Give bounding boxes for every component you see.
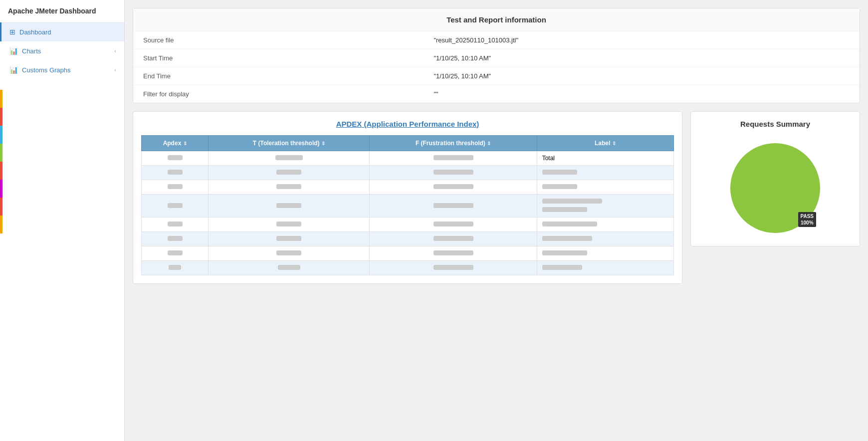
apdex-cell-toleration (209, 261, 370, 275)
apdex-cell-frustration (370, 246, 537, 261)
info-label: End Time (133, 67, 424, 85)
bottom-section: APDEX (Application Performance Index) Ap… (133, 111, 860, 284)
edge-bar-5 (0, 162, 2, 180)
sidebar-item-customs-graphs-label: Customs Graphs (22, 66, 71, 74)
info-table-row: Source file "result_20250110_101003.jtl" (133, 31, 860, 49)
apdex-col-header-3: Label ⇕ (537, 136, 673, 151)
apdex-col-header-2: F (Frustration threshold) ⇕ (370, 136, 537, 151)
apdex-cell-label (537, 261, 673, 275)
apdex-table: Apdex ⇕T (Toleration threshold) ⇕F (Frus… (141, 135, 674, 275)
pie-chart: PASS100% (725, 138, 825, 238)
apdex-card: APDEX (Application Performance Index) Ap… (133, 111, 682, 284)
apdex-cell-frustration (370, 195, 537, 218)
sidebar-item-dashboard-label: Dashboard (19, 28, 51, 36)
main-content: Test and Report information Source file … (125, 0, 868, 441)
apdex-cell-apdex (142, 246, 209, 261)
apdex-cell-frustration (370, 261, 537, 275)
apdex-cell-apdex (142, 180, 209, 195)
apdex-table-row (142, 180, 674, 195)
apdex-cell-frustration (370, 166, 537, 180)
pass-label: PASS100% (798, 212, 817, 227)
edge-bar-1 (0, 90, 2, 108)
apdex-cell-toleration (209, 195, 370, 218)
info-value: "result_20250110_101003.jtl" (424, 31, 860, 49)
apdex-cell-label (537, 180, 673, 195)
apdex-cell-toleration (209, 180, 370, 195)
info-table-row: Start Time "1/10/25, 10:10 AM" (133, 49, 860, 67)
dashboard-icon: ⊞ (9, 28, 15, 36)
info-label: Source file (133, 31, 424, 49)
apdex-cell-frustration (370, 180, 537, 195)
apdex-cell-toleration (209, 166, 370, 180)
apdex-cell-apdex (142, 232, 209, 246)
apdex-title: APDEX (Application Performance Index) (141, 120, 674, 128)
info-value: "1/10/25, 10:10 AM" (424, 49, 860, 67)
charts-chevron-icon: ‹ (114, 48, 116, 54)
charts-icon: 📊 (9, 47, 18, 55)
apdex-cell-toleration (209, 232, 370, 246)
info-value: "1/10/25, 10:10 AM" (424, 67, 860, 85)
apdex-cell-label: Total (537, 151, 673, 166)
apdex-table-row (142, 218, 674, 232)
sidebar: Apache JMeter Dashboard ⊞ Dashboard 📊 Ch… (0, 0, 125, 441)
apdex-table-row: Total (142, 151, 674, 166)
requests-summary-title: Requests Summary (740, 120, 810, 128)
apdex-table-row (142, 195, 674, 218)
apdex-table-row (142, 246, 674, 261)
info-table-row: Filter for display "" (133, 85, 860, 103)
info-card: Test and Report information Source file … (133, 8, 860, 103)
apdex-cell-label (537, 218, 673, 232)
apdex-cell-apdex (142, 195, 209, 218)
apdex-cell-toleration (209, 218, 370, 232)
apdex-col-header-0: Apdex ⇕ (142, 136, 209, 151)
apdex-table-row (142, 232, 674, 246)
sidebar-item-dashboard[interactable]: ⊞ Dashboard (0, 22, 124, 41)
apdex-table-row (142, 261, 674, 275)
apdex-cell-label (537, 232, 673, 246)
app-title: Apache JMeter Dashboard (0, 0, 124, 22)
info-value: "" (424, 85, 860, 103)
apdex-cell-toleration (209, 246, 370, 261)
apdex-table-row (142, 166, 674, 180)
requests-summary-card: Requests Summary PASS100% (690, 111, 860, 246)
apdex-cell-frustration (370, 151, 537, 166)
info-table-row: End Time "1/10/25, 10:10 AM" (133, 67, 860, 85)
apdex-cell-label (537, 195, 673, 218)
sidebar-item-customs-graphs[interactable]: 📊 Customs Graphs ‹ (0, 60, 124, 79)
apdex-cell-apdex (142, 166, 209, 180)
apdex-cell-toleration (209, 151, 370, 166)
info-label: Filter for display (133, 85, 424, 103)
info-table: Source file "result_20250110_101003.jtl"… (133, 31, 860, 103)
edge-bar-2 (0, 108, 2, 126)
edge-bar-7 (0, 198, 2, 216)
apdex-col-header-1: T (Toleration threshold) ⇕ (209, 136, 370, 151)
apdex-cell-label (537, 246, 673, 261)
customs-graphs-chevron-icon: ‹ (114, 67, 116, 73)
sidebar-item-charts[interactable]: 📊 Charts ‹ (0, 41, 124, 60)
edge-bar-6 (0, 180, 2, 198)
apdex-cell-apdex (142, 218, 209, 232)
apdex-cell-frustration (370, 232, 537, 246)
edge-bar-8 (0, 216, 2, 233)
apdex-cell-apdex (142, 261, 209, 275)
apdex-cell-label (537, 166, 673, 180)
customs-graphs-icon: 📊 (9, 66, 18, 74)
sidebar-item-charts-label: Charts (22, 47, 41, 55)
edge-bar-4 (0, 144, 2, 162)
apdex-cell-frustration (370, 218, 537, 232)
info-card-title: Test and Report information (133, 8, 860, 31)
apdex-cell-apdex (142, 151, 209, 166)
info-label: Start Time (133, 49, 424, 67)
edge-color-bars (0, 90, 2, 233)
edge-bar-3 (0, 126, 2, 144)
